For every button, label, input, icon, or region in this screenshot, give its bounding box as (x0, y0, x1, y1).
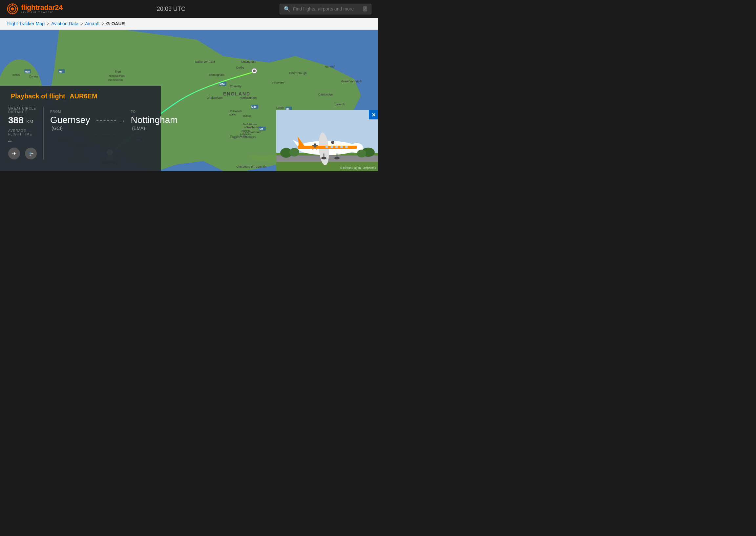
time-display: 20:09 UTC (157, 6, 186, 13)
svg-text:Stoke-on-Trent: Stoke-on-Trent (195, 60, 215, 63)
svg-text:ENGLAND: ENGLAND (223, 91, 250, 96)
breadcrumb-sep-1: > (47, 21, 49, 26)
breadcrumb-sep-2: > (81, 21, 83, 26)
panel-title: Playback of flight AUR6EM (8, 92, 153, 100)
svg-point-151 (331, 141, 334, 144)
avg-flight-label: AVERAGE FLIGHT TIME (8, 129, 37, 136)
search-bar[interactable]: 🔍 / (280, 4, 371, 15)
breadcrumb-sep-3: > (102, 21, 104, 26)
svg-text:M18: M18 (25, 70, 30, 73)
svg-text:Norwich: Norwich (325, 65, 336, 68)
search-icon: 🔍 (284, 6, 291, 12)
svg-text:Cheltenham: Cheltenham (207, 96, 223, 99)
svg-text:Great Yarmouth: Great Yarmouth (341, 80, 362, 83)
svg-text:Leicester: Leicester (272, 81, 285, 84)
to-label: TO (131, 110, 178, 114)
route-stat: FROM Guernsey (GCI) → TO Nottingham (43, 107, 185, 159)
svg-rect-142 (326, 146, 328, 148)
search-input[interactable] (293, 6, 360, 12)
svg-point-155 (334, 157, 340, 159)
svg-text:North Wessex: North Wessex (243, 123, 257, 125)
breadcrumb: Flight Tracker Map > Aviation Data > Air… (0, 18, 378, 30)
arrow-icon: → (118, 116, 126, 125)
svg-point-153 (321, 157, 326, 159)
to-city-row: Nottingham (EMA) (131, 115, 178, 131)
svg-point-159 (357, 150, 366, 157)
svg-text:Northampton: Northampton (240, 96, 257, 99)
logo-text: flightradar24 LIVE AIR TRAFFIC (21, 4, 63, 14)
svg-text:Ennis: Ennis (13, 73, 20, 77)
svg-text:M40: M40 (251, 106, 257, 109)
svg-point-157 (290, 148, 299, 156)
svg-rect-143 (330, 146, 333, 148)
svg-text:Nottingham: Nottingham (241, 60, 256, 63)
logo-name: flightradar24 (21, 4, 63, 11)
svg-text:Eryri: Eryri (115, 70, 121, 73)
to-code: (EMA) (132, 126, 145, 131)
from-code: (GCI) (52, 126, 63, 131)
avg-flight-value: – (8, 137, 37, 144)
map-container[interactable]: Ennis Limerick Clonmel Cork Carlow Kilke… (0, 30, 378, 171)
svg-text:National: National (242, 130, 250, 132)
svg-text:Landscape: Landscape (240, 133, 251, 135)
breadcrumb-current: G-OAUR (106, 21, 125, 26)
svg-text:Derby: Derby (236, 66, 244, 69)
svg-text:AONB: AONB (229, 113, 237, 116)
route-to: TO Nottingham (EMA) (131, 110, 178, 131)
svg-point-128 (253, 70, 256, 72)
svg-text:Ipswich: Ipswich (335, 103, 345, 106)
logo-icon (7, 3, 18, 15)
panel-title-text: Playback of flight (11, 92, 65, 100)
panel-flight-id: AUR6EM (70, 92, 97, 100)
plane-icon-btn[interactable]: ✈ (8, 148, 20, 159)
great-circle-label: GREAT CIRCLE DISTANCE (8, 107, 37, 114)
svg-rect-144 (335, 146, 338, 148)
icons-row: ✈ 🛬 (8, 148, 37, 159)
svg-text:National Park: National Park (109, 75, 125, 78)
breadcrumb-aircraft[interactable]: Aircraft (85, 21, 99, 26)
svg-text:Birmingham: Birmingham (209, 73, 224, 77)
svg-rect-146 (345, 146, 348, 148)
svg-text:Poole: Poole (240, 135, 247, 138)
svg-text:(Snowdonia): (Snowdonia) (108, 79, 123, 81)
breadcrumb-flight-tracker[interactable]: Flight Tracker Map (7, 21, 45, 26)
photo-credit: © Kieran Fagan | Jetphotos (340, 166, 376, 170)
plane-land-icon-btn[interactable]: 🛬 (25, 148, 37, 159)
to-city: Nottingham (131, 115, 178, 125)
svg-text:Cherbourg-en-Cotentin: Cherbourg-en-Cotentin (236, 165, 266, 168)
dotted-line (96, 120, 116, 121)
svg-text:Luton: Luton (276, 106, 284, 109)
logo-area: flightradar24 LIVE AIR TRAFFIC (7, 3, 63, 15)
great-circle-unit: KM (26, 119, 33, 124)
svg-text:Downs: Downs (244, 126, 251, 129)
route-from: FROM Guernsey (GCI) (50, 110, 90, 131)
svg-text:Oxford: Oxford (243, 115, 251, 117)
svg-text:M54: M54 (220, 83, 225, 85)
stats-row: GREAT CIRCLE DISTANCE 388 KM AVERAGE FLI… (8, 107, 153, 159)
bottom-panel: Playback of flight AUR6EM GREAT CIRCLE D… (0, 86, 161, 171)
from-city: Guernsey (50, 115, 90, 125)
from-label: FROM (50, 110, 90, 114)
header: flightradar24 LIVE AIR TRAFFIC 20:09 UTC… (0, 0, 378, 18)
svg-text:Coventry: Coventry (230, 84, 242, 88)
route-row: FROM Guernsey (GCI) → TO Nottingham (50, 110, 178, 131)
svg-text:M9: M9 (59, 70, 63, 73)
from-city-row: Guernsey (GCI) (50, 115, 90, 131)
great-circle-value: 388 (8, 115, 24, 125)
breadcrumb-aviation-data[interactable]: Aviation Data (51, 21, 79, 26)
svg-text:Carlow: Carlow (29, 75, 38, 78)
logo-subtitle: LIVE AIR TRAFFIC (21, 11, 63, 14)
svg-text:Peterborough: Peterborough (289, 72, 307, 75)
aircraft-photo: aurigny © Kieran Fagan | Jetphotos ✕ (276, 110, 378, 171)
svg-text:Cotswolds: Cotswolds (230, 110, 242, 113)
great-circle-stat: GREAT CIRCLE DISTANCE 388 KM AVERAGE FLI… (8, 107, 43, 159)
close-photo-button[interactable]: ✕ (369, 110, 378, 119)
aircraft-photo-svg: aurigny (276, 110, 378, 171)
svg-text:M3: M3 (259, 128, 263, 131)
svg-rect-145 (340, 146, 343, 148)
search-shortcut: / (363, 6, 367, 12)
route-arrow: → (95, 116, 126, 125)
great-circle-value-row: 388 KM (8, 115, 37, 126)
svg-text:Cambridge: Cambridge (318, 93, 333, 96)
svg-point-2 (11, 8, 14, 11)
